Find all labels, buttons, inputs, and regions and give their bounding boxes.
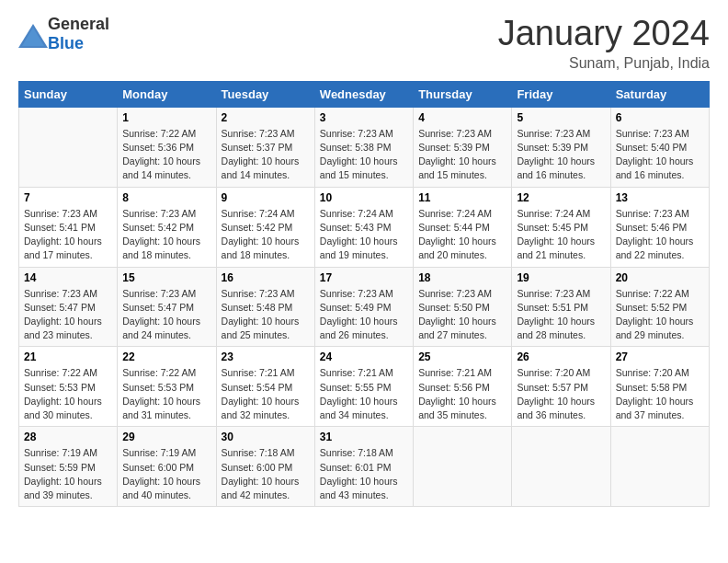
day-info: Sunrise: 7:23 AMSunset: 5:47 PMDaylight:… bbox=[122, 287, 210, 343]
calendar-cell: 11Sunrise: 7:24 AMSunset: 5:44 PMDayligh… bbox=[414, 187, 512, 267]
calendar-cell bbox=[414, 427, 512, 507]
weekday-header-tuesday: Tuesday bbox=[216, 81, 314, 107]
weekday-header-saturday: Saturday bbox=[610, 81, 709, 107]
day-number: 18 bbox=[418, 271, 506, 284]
day-info: Sunrise: 7:23 AMSunset: 5:42 PMDaylight:… bbox=[122, 207, 210, 263]
logo-general: General bbox=[48, 15, 109, 33]
calendar-cell: 26Sunrise: 7:20 AMSunset: 5:57 PMDayligh… bbox=[512, 347, 610, 427]
calendar-cell: 19Sunrise: 7:23 AMSunset: 5:51 PMDayligh… bbox=[512, 267, 610, 347]
week-row-2: 7Sunrise: 7:23 AMSunset: 5:41 PMDaylight… bbox=[19, 187, 710, 267]
day-info: Sunrise: 7:24 AMSunset: 5:43 PMDaylight:… bbox=[320, 207, 408, 263]
calendar-cell: 5Sunrise: 7:23 AMSunset: 5:39 PMDaylight… bbox=[512, 107, 610, 187]
day-info: Sunrise: 7:22 AMSunset: 5:53 PMDaylight:… bbox=[24, 366, 112, 422]
weekday-header-wednesday: Wednesday bbox=[314, 81, 413, 107]
day-info: Sunrise: 7:24 AMSunset: 5:42 PMDaylight:… bbox=[222, 207, 310, 263]
calendar-cell: 24Sunrise: 7:21 AMSunset: 5:55 PMDayligh… bbox=[314, 347, 413, 427]
weekday-header-thursday: Thursday bbox=[414, 81, 512, 107]
calendar-cell: 1Sunrise: 7:22 AMSunset: 5:36 PMDaylight… bbox=[118, 107, 216, 187]
day-number: 30 bbox=[222, 431, 310, 443]
calendar-cell: 23Sunrise: 7:21 AMSunset: 5:54 PMDayligh… bbox=[216, 347, 314, 427]
calendar-cell: 21Sunrise: 7:22 AMSunset: 5:53 PMDayligh… bbox=[19, 347, 118, 427]
calendar-cell: 29Sunrise: 7:19 AMSunset: 6:00 PMDayligh… bbox=[118, 427, 216, 507]
day-info: Sunrise: 7:23 AMSunset: 5:39 PMDaylight:… bbox=[517, 127, 605, 183]
day-info: Sunrise: 7:21 AMSunset: 5:55 PMDaylight:… bbox=[320, 366, 408, 422]
day-number: 2 bbox=[222, 111, 310, 124]
day-info: Sunrise: 7:20 AMSunset: 5:58 PMDaylight:… bbox=[616, 366, 704, 422]
day-number: 8 bbox=[122, 191, 210, 204]
day-number: 29 bbox=[122, 431, 210, 443]
day-info: Sunrise: 7:19 AMSunset: 6:00 PMDaylight:… bbox=[122, 446, 210, 502]
day-number: 26 bbox=[517, 350, 605, 363]
calendar-cell: 20Sunrise: 7:22 AMSunset: 5:52 PMDayligh… bbox=[610, 267, 709, 347]
calendar-table: SundayMondayTuesdayWednesdayThursdayFrid… bbox=[18, 81, 710, 507]
day-number: 13 bbox=[616, 191, 704, 204]
day-number: 14 bbox=[24, 271, 112, 284]
day-number: 5 bbox=[517, 111, 605, 124]
calendar-cell: 25Sunrise: 7:21 AMSunset: 5:56 PMDayligh… bbox=[414, 347, 512, 427]
day-number: 7 bbox=[24, 191, 112, 204]
day-info: Sunrise: 7:23 AMSunset: 5:51 PMDaylight:… bbox=[517, 287, 605, 343]
day-number: 19 bbox=[517, 271, 605, 284]
calendar-cell: 16Sunrise: 7:23 AMSunset: 5:48 PMDayligh… bbox=[216, 267, 314, 347]
logo-text: General Blue bbox=[48, 15, 109, 53]
weekday-header-monday: Monday bbox=[118, 81, 216, 107]
day-number: 3 bbox=[320, 111, 408, 124]
day-number: 16 bbox=[222, 271, 310, 284]
day-info: Sunrise: 7:23 AMSunset: 5:40 PMDaylight:… bbox=[616, 127, 704, 183]
day-number: 12 bbox=[517, 191, 605, 204]
week-row-1: 1Sunrise: 7:22 AMSunset: 5:36 PMDaylight… bbox=[19, 107, 710, 187]
day-number: 23 bbox=[222, 350, 310, 363]
calendar-cell bbox=[19, 107, 118, 187]
day-number: 22 bbox=[122, 350, 210, 363]
month-title: January 2024 bbox=[498, 15, 710, 53]
day-number: 24 bbox=[320, 350, 408, 363]
calendar-cell: 3Sunrise: 7:23 AMSunset: 5:38 PMDaylight… bbox=[314, 107, 413, 187]
weekday-header-friday: Friday bbox=[512, 81, 610, 107]
logo-blue: Blue bbox=[48, 34, 84, 52]
day-info: Sunrise: 7:23 AMSunset: 5:49 PMDaylight:… bbox=[320, 287, 408, 343]
calendar-cell: 27Sunrise: 7:20 AMSunset: 5:58 PMDayligh… bbox=[610, 347, 709, 427]
logo: General Blue bbox=[18, 15, 109, 53]
week-row-5: 28Sunrise: 7:19 AMSunset: 5:59 PMDayligh… bbox=[19, 427, 710, 507]
calendar-cell: 9Sunrise: 7:24 AMSunset: 5:42 PMDaylight… bbox=[216, 187, 314, 267]
calendar-cell bbox=[512, 427, 610, 507]
calendar-cell: 31Sunrise: 7:18 AMSunset: 6:01 PMDayligh… bbox=[314, 427, 413, 507]
calendar-cell: 18Sunrise: 7:23 AMSunset: 5:50 PMDayligh… bbox=[414, 267, 512, 347]
day-info: Sunrise: 7:23 AMSunset: 5:50 PMDaylight:… bbox=[418, 287, 506, 343]
day-info: Sunrise: 7:23 AMSunset: 5:46 PMDaylight:… bbox=[616, 207, 704, 263]
day-info: Sunrise: 7:21 AMSunset: 5:56 PMDaylight:… bbox=[418, 366, 506, 422]
title-block: January 2024 Sunam, Punjab, India bbox=[498, 15, 710, 72]
day-info: Sunrise: 7:23 AMSunset: 5:48 PMDaylight:… bbox=[222, 287, 310, 343]
day-info: Sunrise: 7:23 AMSunset: 5:37 PMDaylight:… bbox=[222, 127, 310, 183]
calendar-cell: 12Sunrise: 7:24 AMSunset: 5:45 PMDayligh… bbox=[512, 187, 610, 267]
weekday-header-row: SundayMondayTuesdayWednesdayThursdayFrid… bbox=[19, 81, 710, 107]
day-info: Sunrise: 7:18 AMSunset: 6:00 PMDaylight:… bbox=[222, 446, 310, 502]
calendar-cell: 14Sunrise: 7:23 AMSunset: 5:47 PMDayligh… bbox=[19, 267, 118, 347]
weekday-header-sunday: Sunday bbox=[19, 81, 118, 107]
day-info: Sunrise: 7:21 AMSunset: 5:54 PMDaylight:… bbox=[222, 366, 310, 422]
day-number: 21 bbox=[24, 350, 112, 363]
day-info: Sunrise: 7:23 AMSunset: 5:39 PMDaylight:… bbox=[418, 127, 506, 183]
day-info: Sunrise: 7:22 AMSunset: 5:52 PMDaylight:… bbox=[616, 287, 704, 343]
day-number: 9 bbox=[222, 191, 310, 204]
calendar-cell: 15Sunrise: 7:23 AMSunset: 5:47 PMDayligh… bbox=[118, 267, 216, 347]
day-number: 25 bbox=[418, 350, 506, 363]
calendar-cell: 6Sunrise: 7:23 AMSunset: 5:40 PMDaylight… bbox=[610, 107, 709, 187]
calendar-cell: 13Sunrise: 7:23 AMSunset: 5:46 PMDayligh… bbox=[610, 187, 709, 267]
calendar-cell: 2Sunrise: 7:23 AMSunset: 5:37 PMDaylight… bbox=[216, 107, 314, 187]
calendar-cell: 22Sunrise: 7:22 AMSunset: 5:53 PMDayligh… bbox=[118, 347, 216, 427]
day-info: Sunrise: 7:23 AMSunset: 5:41 PMDaylight:… bbox=[24, 207, 112, 263]
calendar-cell: 30Sunrise: 7:18 AMSunset: 6:00 PMDayligh… bbox=[216, 427, 314, 507]
calendar-cell bbox=[610, 427, 709, 507]
day-info: Sunrise: 7:24 AMSunset: 5:45 PMDaylight:… bbox=[517, 207, 605, 263]
day-number: 4 bbox=[418, 111, 506, 124]
week-row-4: 21Sunrise: 7:22 AMSunset: 5:53 PMDayligh… bbox=[19, 347, 710, 427]
calendar-cell: 17Sunrise: 7:23 AMSunset: 5:49 PMDayligh… bbox=[314, 267, 413, 347]
day-number: 31 bbox=[320, 431, 408, 443]
day-info: Sunrise: 7:22 AMSunset: 5:53 PMDaylight:… bbox=[122, 366, 210, 422]
day-info: Sunrise: 7:23 AMSunset: 5:47 PMDaylight:… bbox=[24, 287, 112, 343]
calendar-cell: 28Sunrise: 7:19 AMSunset: 5:59 PMDayligh… bbox=[19, 427, 118, 507]
day-number: 1 bbox=[122, 111, 210, 124]
logo-icon bbox=[18, 24, 44, 44]
day-number: 20 bbox=[616, 271, 704, 284]
